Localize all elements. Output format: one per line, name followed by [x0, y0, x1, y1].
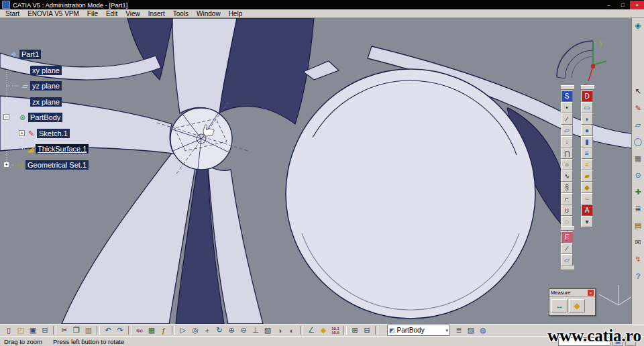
- measure-inertia-button[interactable]: ◆: [569, 299, 585, 312]
- intersection-button[interactable]: ⋂: [561, 148, 573, 159]
- tree-item-zx-plane[interactable]: zx plane: [30, 97, 62, 107]
- measure-between-button[interactable]: ↔: [551, 299, 568, 312]
- tree-item-part1[interactable]: Part1: [19, 50, 41, 59]
- hide-show-button[interactable]: ◐: [286, 325, 298, 335]
- corner-button[interactable]: ⌐: [561, 193, 573, 205]
- shape-browser-button[interactable]: ▨: [465, 325, 477, 335]
- save-button[interactable]: ▣: [27, 325, 39, 335]
- zoom-out-button[interactable]: ⊖: [237, 325, 250, 335]
- menu-item-insert[interactable]: Insert: [144, 10, 169, 17]
- knowledge-button[interactable]: ƒ: [158, 325, 170, 335]
- circle-button[interactable]: ○: [561, 159, 573, 170]
- catalog-browser-button[interactable]: ≣: [453, 325, 465, 335]
- plane-icon[interactable]: ▱: [20, 97, 30, 107]
- mail-icon[interactable]: ✉: [633, 237, 643, 247]
- measure-palette-titlebar[interactable]: Measure ×: [549, 289, 595, 297]
- wireframe-surface-workbench-icon[interactable]: ◈: [633, 20, 643, 30]
- snap-icon[interactable]: ⊙: [633, 170, 643, 180]
- sweep-button[interactable]: ≈: [581, 159, 593, 170]
- menu-item-edit[interactable]: Edit: [102, 10, 121, 17]
- render-style-button[interactable]: ◑: [274, 325, 286, 335]
- offset-button[interactable]: ≡: [581, 148, 593, 159]
- compass[interactable]: x y: [553, 36, 609, 89]
- helix-button[interactable]: §: [561, 182, 573, 193]
- sketcher-button[interactable]: S: [561, 91, 573, 102]
- minimize-button[interactable]: –: [602, 1, 616, 9]
- spline-button[interactable]: ∿: [561, 170, 573, 182]
- rotate-button[interactable]: ↻: [213, 325, 225, 335]
- plane-icon[interactable]: ▱: [20, 66, 30, 75]
- support-plane-button[interactable]: ▱: [561, 254, 573, 266]
- grid-icon[interactable]: ▦: [633, 154, 643, 164]
- cylinder-button[interactable]: ▮: [581, 136, 593, 148]
- axis-line-button[interactable]: ∕: [561, 243, 573, 254]
- paste-button[interactable]: ▥: [83, 325, 95, 335]
- maximize-button[interactable]: □: [616, 1, 630, 9]
- extrude-button[interactable]: ▭: [581, 102, 593, 113]
- part-icon[interactable]: ❖: [9, 50, 19, 59]
- point-button[interactable]: •: [561, 102, 573, 113]
- menu-item-tools[interactable]: Tools: [169, 10, 193, 17]
- catalog-icon[interactable]: ▤: [633, 221, 643, 231]
- formula-fx-button[interactable]: f(x): [133, 325, 146, 335]
- measure-close-button[interactable]: ×: [588, 290, 594, 296]
- power-copy-icon[interactable]: ↯: [633, 254, 643, 264]
- layers-icon[interactable]: ≣: [633, 204, 643, 214]
- connect-curve-button[interactable]: ∪: [561, 205, 573, 216]
- menu-item-help[interactable]: Help: [225, 10, 247, 17]
- zoom-in-button[interactable]: ⊕: [225, 325, 237, 335]
- tree-item-thicksurface1[interactable]: ThickSurface.1: [36, 144, 89, 154]
- expander-geometrical-set1[interactable]: +: [3, 162, 9, 168]
- copy-button[interactable]: ❐: [70, 325, 83, 335]
- pan-button[interactable]: +: [201, 325, 213, 335]
- partbody-icon[interactable]: ⊛: [17, 113, 28, 122]
- thicksurface-icon[interactable]: ◪: [25, 144, 36, 154]
- menu-item-enovia-v5-vpm[interactable]: ENOVIA V5 VPM: [23, 10, 83, 17]
- toolbar-grip[interactable]: [561, 85, 574, 90]
- axis-system-icon[interactable]: ✚: [633, 187, 643, 197]
- sketcher-icon[interactable]: ✎: [633, 103, 643, 113]
- normal-view-button[interactable]: ⊥: [250, 325, 262, 335]
- magnifier-icon[interactable]: ◯: [633, 137, 643, 147]
- design-table-button[interactable]: ▦: [146, 325, 158, 335]
- toolbar-grip[interactable]: [561, 266, 574, 270]
- help-icon[interactable]: ?: [633, 271, 643, 281]
- menu-item-view[interactable]: View: [121, 10, 144, 17]
- close-button[interactable]: ×: [630, 1, 644, 9]
- sketch-icon[interactable]: ✎: [26, 129, 36, 138]
- insert-mode-button[interactable]: F: [561, 231, 573, 243]
- redo-button[interactable]: ↷: [114, 325, 126, 335]
- expander-sketch1[interactable]: +: [19, 130, 25, 136]
- line-button[interactable]: ∕: [561, 113, 573, 125]
- part-design-button[interactable]: D: [581, 91, 593, 102]
- new-document-button[interactable]: ▯: [3, 325, 15, 335]
- cut-button[interactable]: ✂: [58, 325, 70, 335]
- pad-icon[interactable]: ▱: [633, 120, 643, 130]
- quick-view-button[interactable]: ▧: [262, 325, 274, 335]
- sphere-button[interactable]: ●: [581, 125, 593, 136]
- menu-item-start[interactable]: Start: [1, 10, 23, 17]
- open-button[interactable]: ◰: [15, 325, 27, 335]
- units-button[interactable]: 10.1 10.0: [329, 325, 341, 335]
- fill-button[interactable]: ▰: [581, 170, 593, 182]
- menu-item-file[interactable]: File: [83, 10, 102, 17]
- annotations-button[interactable]: A: [581, 205, 593, 216]
- mass-properties-button[interactable]: ◆: [317, 325, 329, 335]
- toolbar-grip[interactable]: [581, 85, 594, 90]
- revolve-button[interactable]: ◗: [581, 113, 593, 125]
- measure-button[interactable]: ∠: [305, 325, 317, 335]
- www-link-button[interactable]: ◍: [477, 325, 489, 335]
- more-tools-button[interactable]: ▾: [581, 216, 593, 227]
- tree-item-partbody[interactable]: PartBody: [28, 113, 62, 122]
- fit-all-in-button[interactable]: ◎: [189, 325, 201, 335]
- menu-item-window[interactable]: Window: [193, 10, 225, 17]
- print-button[interactable]: ⊟: [39, 325, 51, 335]
- plane-icon[interactable]: ▱: [20, 81, 30, 91]
- tree-item-sketch1[interactable]: Sketch.1: [37, 129, 70, 138]
- 3d-viewport[interactable]: ❖ Part1 ▱ xy plane ▱ yz plane ▱ zx plane…: [0, 18, 644, 324]
- expander-partbody[interactable]: −: [3, 114, 9, 120]
- tree-item-xy-plane[interactable]: xy plane: [30, 66, 62, 75]
- tree-expand-button[interactable]: ⊞: [349, 325, 361, 335]
- multi-sections-button[interactable]: ◆: [581, 182, 593, 193]
- tree-collapse-button[interactable]: ⊟: [361, 325, 373, 335]
